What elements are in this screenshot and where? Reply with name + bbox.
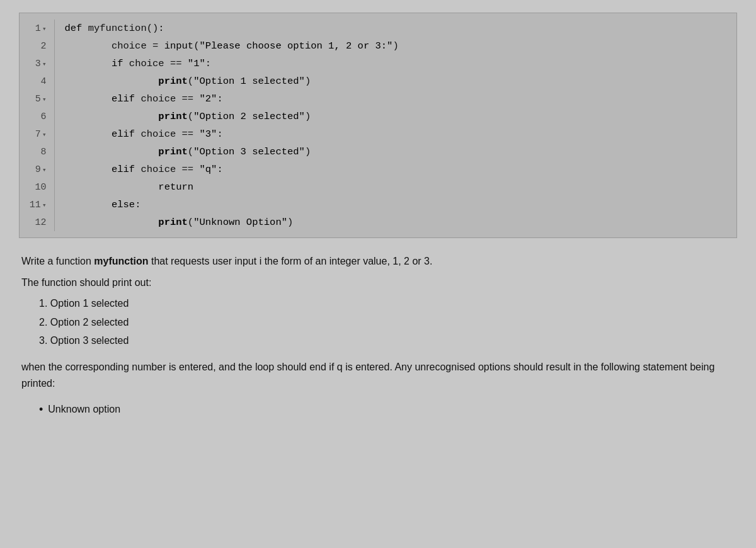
line-num-12: 12 bbox=[20, 214, 54, 231]
code-line-8: 8 print("Option 3 selected") bbox=[20, 143, 736, 161]
subtitle-paragraph: The function should print out: bbox=[21, 275, 735, 291]
line-num-10: 10 bbox=[20, 178, 54, 196]
code-table: 1▾ def myfunction(): 2 choice = input("P… bbox=[20, 20, 736, 231]
code-content-6: print("Option 2 selected") bbox=[54, 108, 736, 125]
code-content-11: else: bbox=[54, 196, 736, 214]
list-item-2: 2. Option 2 selected bbox=[39, 314, 735, 331]
code-block: 1▾ def myfunction(): 2 choice = input("P… bbox=[19, 13, 737, 238]
line-num-11: 11▾ bbox=[20, 196, 54, 214]
intro-paragraph: Write a function myfunction that request… bbox=[21, 253, 735, 270]
code-content-8: print("Option 3 selected") bbox=[54, 143, 736, 161]
code-line-2: 2 choice = input("Please choose option 1… bbox=[20, 37, 736, 55]
code-content-2: choice = input("Please choose option 1, … bbox=[54, 37, 736, 55]
code-content-10: return bbox=[54, 178, 736, 196]
line-num-2: 2 bbox=[20, 37, 54, 55]
intro-text: Write a function bbox=[21, 256, 94, 266]
code-line-7: 7▾ elif choice == "3": bbox=[20, 125, 736, 143]
line-num-9: 9▾ bbox=[20, 161, 54, 178]
code-line-9: 9▾ elif choice == "q": bbox=[20, 161, 736, 178]
line-num-1: 1▾ bbox=[20, 20, 54, 37]
code-content-12: print("Unknown Option") bbox=[54, 214, 736, 231]
line-num-8: 8 bbox=[20, 143, 54, 161]
bullet-dot-icon: • bbox=[39, 401, 43, 418]
code-content-7: elif choice == "3": bbox=[54, 125, 736, 143]
code-content-5: elif choice == "2": bbox=[54, 90, 736, 108]
description-section: Write a function myfunction that request… bbox=[19, 253, 737, 418]
code-line-3: 3▾ if choice == "1": bbox=[20, 55, 736, 72]
list-item-3: 3. Option 3 selected bbox=[39, 333, 735, 349]
line-num-6: 6 bbox=[20, 108, 54, 125]
code-line-11: 11▾ else: bbox=[20, 196, 736, 214]
bullet-text: Unknown option bbox=[48, 401, 120, 418]
code-line-1: 1▾ def myfunction(): bbox=[20, 20, 736, 37]
bullet-item: • Unknown option bbox=[39, 401, 735, 418]
list-item-1: 1. Option 1 selected bbox=[39, 295, 735, 312]
code-content-4: print("Option 1 selected") bbox=[54, 72, 736, 90]
function-name: myfunction bbox=[94, 256, 148, 266]
line-num-3: 3▾ bbox=[20, 55, 54, 72]
code-line-5: 5▾ elif choice == "2": bbox=[20, 90, 736, 108]
line-num-7: 7▾ bbox=[20, 125, 54, 143]
code-content-3: if choice == "1": bbox=[54, 55, 736, 72]
code-line-10: 10 return bbox=[20, 178, 736, 196]
code-content-9: elif choice == "q": bbox=[54, 161, 736, 178]
paragraph2: when the corresponding number is entered… bbox=[21, 359, 735, 391]
subtitle-text: The function should print out: bbox=[21, 277, 151, 288]
code-line-4: 4 print("Option 1 selected") bbox=[20, 72, 736, 90]
code-line-12: 12 print("Unknown Option") bbox=[20, 214, 736, 231]
intro-rest: that requests user input i the form of a… bbox=[149, 256, 433, 266]
line-num-4: 4 bbox=[20, 72, 54, 90]
page-container: 1▾ def myfunction(): 2 choice = input("P… bbox=[0, 0, 756, 548]
code-line-6: 6 print("Option 2 selected") bbox=[20, 108, 736, 125]
options-list: 1. Option 1 selected 2. Option 2 selecte… bbox=[39, 295, 735, 349]
code-content-1: def myfunction(): bbox=[54, 20, 736, 37]
line-num-5: 5▾ bbox=[20, 90, 54, 108]
